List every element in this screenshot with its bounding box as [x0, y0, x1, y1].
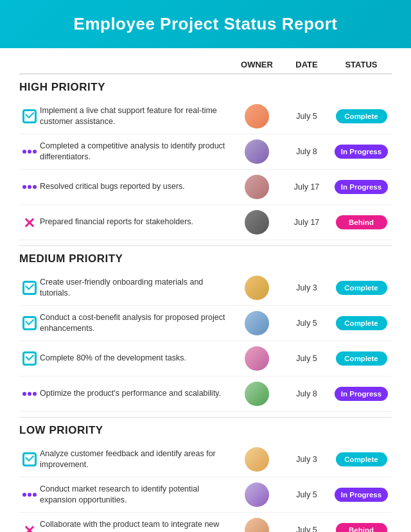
check-icon	[22, 351, 37, 366]
task-status: Behind	[331, 523, 392, 532]
task-status: Complete	[331, 316, 392, 330]
avatar	[245, 447, 269, 472]
task-row: Conduct market research to identify pote…	[19, 477, 392, 513]
task-icon	[19, 150, 40, 154]
task-owner	[231, 311, 283, 335]
task-date: July 17	[283, 182, 331, 191]
task-date: July 8	[283, 389, 331, 398]
avatar	[245, 139, 269, 164]
section-divider	[19, 245, 392, 246]
status-badge: In Progress	[335, 387, 388, 401]
task-status: In Progress	[331, 180, 392, 194]
task-icon	[19, 351, 40, 366]
dots-icon	[22, 493, 37, 497]
task-owner	[231, 175, 283, 199]
task-text: Prepared financial reports for stakehold…	[40, 217, 231, 228]
task-icon	[19, 281, 40, 295]
task-row: Complete 80% of the development tasks. J…	[19, 341, 392, 377]
task-text: Collaborate with the product team to int…	[40, 519, 231, 533]
avatar	[245, 104, 269, 129]
section-divider	[19, 417, 392, 418]
task-owner	[231, 483, 283, 507]
task-row: Collaborate with the product team to int…	[19, 513, 392, 532]
task-row: Prepared financial reports for stakehold…	[19, 205, 392, 240]
status-badge: Complete	[336, 452, 387, 466]
task-status: Complete	[331, 281, 392, 295]
task-row: Optimize the product's performance and s…	[19, 377, 392, 412]
th-status: STATUS	[331, 60, 392, 69]
task-icon	[19, 109, 40, 123]
task-row: Implement a live chat support feature fo…	[19, 99, 392, 134]
dots-icon	[22, 185, 37, 189]
task-text: Completed a competitive analysis to iden…	[40, 141, 231, 163]
check-icon	[22, 452, 37, 466]
task-date: July 5	[283, 490, 331, 499]
task-icon	[19, 215, 40, 229]
task-date: July 8	[283, 147, 331, 156]
task-text: Create user-friendly onboarding material…	[40, 277, 231, 299]
section-high: HIGH PRIORITY Implement a live chat supp…	[19, 81, 392, 246]
task-owner	[231, 104, 283, 129]
task-icon	[19, 452, 40, 466]
check-icon	[22, 316, 37, 330]
section-title: MEDIUM PRIORITY	[19, 253, 392, 265]
task-icon	[19, 185, 40, 189]
page-header: Employee Project Status Report	[0, 0, 411, 48]
main-content: OWNER DATE STATUS HIGH PRIORITY Implemen…	[0, 48, 411, 532]
task-status: Complete	[331, 452, 392, 466]
task-row: Completed a competitive analysis to iden…	[19, 134, 392, 170]
x-icon	[22, 215, 37, 229]
task-icon	[19, 316, 40, 330]
avatar	[245, 346, 269, 371]
x-icon	[22, 523, 37, 532]
dots-icon	[22, 150, 37, 154]
task-owner	[231, 139, 283, 164]
task-status: In Progress	[331, 488, 392, 502]
task-text: Resolved critical bugs reported by users…	[40, 181, 231, 193]
status-badge: In Progress	[335, 488, 388, 502]
check-icon	[22, 281, 37, 295]
task-text: Conduct market research to identify pote…	[40, 484, 231, 506]
status-badge: Complete	[336, 109, 387, 123]
task-text: Analyze customer feedback and identify a…	[40, 448, 231, 471]
task-owner	[231, 276, 283, 300]
task-status: Complete	[331, 109, 392, 123]
task-status: In Progress	[331, 387, 392, 401]
status-badge: Complete	[336, 281, 387, 295]
task-date: July 5	[283, 319, 331, 328]
task-row: Conduct a cost-benefit analysis for prop…	[19, 306, 392, 341]
status-badge: In Progress	[335, 145, 388, 159]
task-row: Analyze customer feedback and identify a…	[19, 442, 392, 477]
table-header: OWNER DATE STATUS	[19, 60, 392, 75]
status-badge: Complete	[336, 351, 387, 366]
task-text: Conduct a cost-benefit analysis for prop…	[40, 312, 231, 335]
avatar	[245, 518, 269, 532]
task-status: In Progress	[331, 145, 392, 159]
task-owner	[231, 518, 283, 532]
task-owner	[231, 382, 283, 406]
page: Employee Project Status Report OWNER DAT…	[0, 0, 411, 532]
check-icon	[22, 109, 37, 123]
avatar	[245, 382, 269, 406]
task-owner	[231, 447, 283, 472]
status-badge: Complete	[336, 316, 387, 330]
task-date: July 5	[283, 526, 331, 532]
section-title: HIGH PRIORITY	[19, 81, 392, 94]
task-icon	[19, 392, 40, 396]
task-status: Complete	[331, 351, 392, 366]
avatar	[245, 483, 269, 507]
th-date: DATE	[283, 60, 331, 69]
th-owner: OWNER	[231, 60, 283, 69]
task-date: July 5	[283, 354, 331, 363]
task-icon	[19, 493, 40, 497]
task-status: Behind	[331, 215, 392, 229]
avatar	[245, 276, 269, 300]
task-date: July 17	[283, 218, 331, 227]
avatar	[245, 175, 269, 199]
section-low: LOW PRIORITY Analyze customer feedback a…	[19, 424, 392, 532]
section-medium: MEDIUM PRIORITY Create user-friendly onb…	[19, 253, 392, 418]
avatar	[245, 311, 269, 335]
avatar	[245, 210, 269, 235]
status-badge: Behind	[336, 215, 387, 229]
task-text: Complete 80% of the development tasks.	[40, 353, 231, 364]
